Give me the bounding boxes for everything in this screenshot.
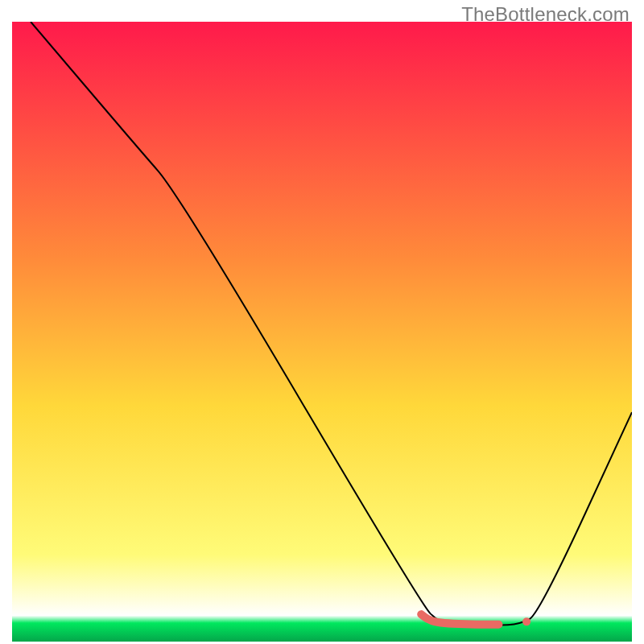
chart-svg [12, 22, 632, 642]
chart-stage: TheBottleneck.com [0, 0, 644, 644]
bottom-dot [522, 617, 530, 625]
plot-area [12, 22, 632, 642]
chart-background [12, 22, 632, 642]
